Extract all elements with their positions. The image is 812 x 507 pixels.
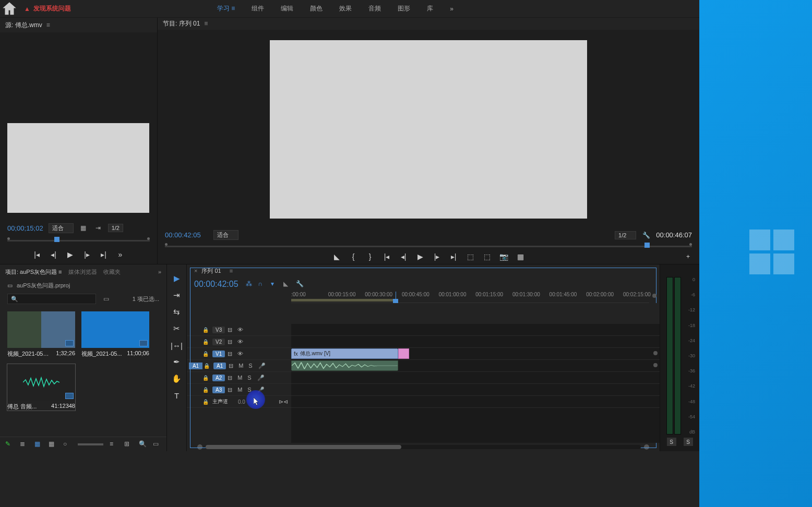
track-header-a3[interactable]: 🔒 A3 ⊟ M S 🎤 bbox=[187, 384, 291, 396]
audio-clip[interactable] bbox=[291, 360, 398, 371]
mute-icon[interactable]: M bbox=[237, 387, 245, 393]
hand-tool[interactable]: ✋ bbox=[170, 373, 184, 384]
workspace-editing[interactable]: 编辑 bbox=[281, 2, 293, 15]
pen-tool[interactable]: ✒ bbox=[170, 356, 184, 368]
close-sequence-icon[interactable]: × bbox=[194, 268, 197, 274]
solo-left-button[interactable]: S bbox=[667, 438, 676, 446]
freeform-view-icon[interactable]: ▦ bbox=[49, 440, 57, 449]
lock-icon[interactable]: 🔒 bbox=[202, 327, 210, 333]
program-preview[interactable] bbox=[270, 40, 587, 219]
solo-icon[interactable]: S bbox=[247, 375, 255, 381]
sync-lock-icon[interactable]: ⊟ bbox=[229, 363, 236, 369]
solo-right-button[interactable]: S bbox=[684, 438, 693, 446]
safe-margins-icon[interactable]: ▦ bbox=[79, 224, 88, 232]
zoom-handle-icon[interactable] bbox=[652, 294, 656, 298]
vzoom-handle[interactable] bbox=[653, 363, 658, 367]
timeline-tracks[interactable]: fx 傅总.wmv [V] bbox=[291, 303, 660, 443]
source-preview[interactable] bbox=[7, 123, 149, 213]
voice-over-icon[interactable]: 🎤 bbox=[257, 375, 265, 381]
ripple-edit-tool[interactable]: ⇆ bbox=[170, 306, 184, 318]
sync-lock-icon[interactable]: ⊟ bbox=[228, 339, 235, 345]
track-header-a2[interactable]: 🔒 A2 ⊟ M S 🎤 bbox=[187, 372, 291, 384]
timeline-ruler[interactable]: :00:0000:00:15:0000:00:30:0000:00:45:000… bbox=[291, 292, 649, 303]
solo-icon[interactable]: S bbox=[247, 387, 255, 393]
track-header-v2[interactable]: 🔒 V2 ⊟ 👁 bbox=[187, 336, 291, 348]
scrollbar-thumb[interactable] bbox=[206, 445, 401, 449]
favorites-tab[interactable]: 收藏夹 bbox=[103, 268, 121, 276]
icon-view-icon[interactable]: ▦ bbox=[34, 440, 43, 449]
track-header-master[interactable]: 🔒 主声道 0.0 ⊳⊲ bbox=[187, 396, 291, 408]
zoom-in-handle[interactable] bbox=[644, 444, 649, 450]
export-frame-button[interactable]: 📷 bbox=[499, 252, 508, 261]
linked-selection-icon[interactable]: ∩ bbox=[258, 280, 267, 288]
extract-button[interactable]: ⬚ bbox=[482, 252, 492, 261]
voice-over-icon[interactable]: 🎤 bbox=[257, 387, 265, 393]
program-playhead[interactable] bbox=[644, 243, 650, 248]
track-select-tool[interactable]: ⇥ bbox=[170, 289, 184, 301]
program-resolution-select[interactable]: 1/2 bbox=[615, 231, 636, 239]
source-scrubber[interactable] bbox=[0, 236, 157, 245]
goto-out-button[interactable]: ▸| bbox=[99, 250, 109, 259]
sync-lock-icon[interactable]: ⊟ bbox=[228, 387, 235, 393]
thumbnail-zoom-slider[interactable] bbox=[78, 443, 103, 445]
lock-icon[interactable]: 🔒 bbox=[202, 375, 210, 381]
sync-lock-icon[interactable]: ⊟ bbox=[228, 351, 235, 357]
program-zoom-select[interactable]: 适合 bbox=[213, 230, 238, 240]
solo-icon[interactable]: S bbox=[248, 363, 256, 369]
find-icon[interactable]: 🔍 bbox=[139, 440, 147, 449]
sort-icon[interactable]: ≡ bbox=[110, 440, 118, 449]
marker-icon[interactable]: ◣ bbox=[283, 280, 292, 288]
sequence-name[interactable]: 序列 01 bbox=[201, 267, 221, 275]
workspace-assembly[interactable]: 组件 bbox=[252, 2, 264, 15]
program-panel-menu-icon[interactable]: ≡ bbox=[204, 20, 208, 27]
lift-button[interactable]: ⬚ bbox=[465, 252, 475, 261]
lock-icon[interactable]: 🔒 bbox=[202, 351, 210, 357]
project-search-input[interactable] bbox=[7, 294, 96, 304]
in-out-icon[interactable]: ⇥ bbox=[93, 224, 103, 232]
source-playhead[interactable] bbox=[54, 237, 59, 242]
goto-in-button[interactable]: |◂ bbox=[32, 250, 42, 259]
lock-icon[interactable]: 🔒 bbox=[204, 363, 211, 369]
timeline-panel-menu-icon[interactable]: ≡ bbox=[230, 268, 233, 274]
bin-item[interactable]: 视频_2021-05-2...1;32;26 bbox=[7, 311, 75, 358]
pink-clip[interactable] bbox=[398, 348, 409, 359]
goto-in-button[interactable]: |◂ bbox=[382, 252, 391, 261]
type-tool[interactable]: T bbox=[170, 390, 184, 401]
source-zoom-select[interactable]: 适合 bbox=[49, 223, 74, 233]
home-button[interactable] bbox=[0, 0, 19, 18]
slip-tool[interactable]: |↔| bbox=[170, 340, 184, 351]
toggle-output-icon[interactable]: 👁 bbox=[237, 339, 245, 345]
step-back-button[interactable]: ◂| bbox=[399, 252, 408, 261]
program-timecode[interactable]: 00:00:42:05 bbox=[165, 231, 201, 239]
step-back-button[interactable]: ◂| bbox=[49, 250, 58, 259]
media-browser-tab[interactable]: 媒体浏览器 bbox=[68, 268, 97, 276]
toggle-output-icon[interactable]: 👁 bbox=[237, 327, 245, 333]
workspace-audio[interactable]: 音频 bbox=[368, 2, 381, 15]
track-header-v1[interactable]: 🔒 V1 ⊟ 👁 bbox=[187, 348, 291, 360]
play-button[interactable]: ▶ bbox=[66, 250, 75, 259]
lock-icon[interactable]: 🔒 bbox=[202, 339, 210, 345]
goto-out-button[interactable]: ▸| bbox=[449, 252, 458, 261]
track-header-v3[interactable]: 🔒 V3 ⊟ 👁 bbox=[187, 324, 291, 336]
new-bin-icon[interactable]: ▭ bbox=[153, 440, 161, 449]
program-scrubber[interactable] bbox=[158, 242, 699, 249]
mark-in-icon[interactable]: { bbox=[349, 252, 358, 261]
more-transport-icon[interactable]: » bbox=[116, 250, 125, 259]
add-button[interactable]: + bbox=[686, 253, 690, 260]
bin-item[interactable]: 傅总 音频...41:12348 bbox=[7, 364, 75, 411]
folder-view-icon[interactable]: ▭ bbox=[101, 295, 111, 303]
zoom-out-handle[interactable] bbox=[197, 444, 202, 450]
workspace-more[interactable]: » bbox=[450, 5, 453, 13]
mute-icon[interactable]: M bbox=[237, 375, 245, 381]
mark-in-button[interactable]: ◣ bbox=[332, 252, 341, 261]
lock-icon[interactable]: 🔒 bbox=[202, 387, 210, 393]
workspace-effects[interactable]: 效果 bbox=[339, 2, 352, 15]
work-area-bar[interactable] bbox=[291, 299, 395, 301]
zoom-slider-handle[interactable]: ○ bbox=[63, 440, 71, 449]
toggle-output-icon[interactable]: 👁 bbox=[237, 351, 245, 357]
lock-icon[interactable]: 🔒 bbox=[202, 399, 210, 405]
source-panel-menu-icon[interactable]: ≡ bbox=[46, 21, 50, 29]
timeline-timecode[interactable]: 00:00:42:05 bbox=[194, 280, 238, 289]
expand-icon[interactable]: ⊳⊲ bbox=[279, 399, 286, 405]
automate-icon[interactable]: ⊞ bbox=[124, 440, 133, 449]
